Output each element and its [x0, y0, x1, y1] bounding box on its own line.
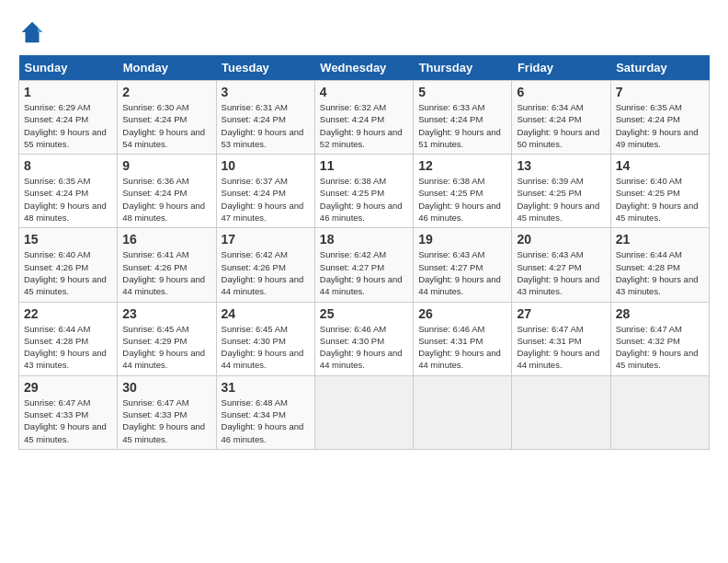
calendar-table: SundayMondayTuesdayWednesdayThursdayFrid… — [18, 55, 710, 450]
col-header-wednesday: Wednesday — [314, 55, 413, 81]
day-number: 18 — [320, 232, 408, 247]
day-number: 25 — [320, 306, 408, 321]
day-number: 3 — [222, 85, 310, 99]
day-number: 22 — [24, 306, 112, 321]
calendar-cell: 19 Sunrise: 6:43 AM Sunset: 4:27 PM Dayl… — [414, 228, 512, 302]
calendar-cell: 15 Sunrise: 6:40 AM Sunset: 4:26 PM Dayl… — [19, 228, 118, 302]
col-header-sunday: Sunday — [19, 55, 118, 81]
calendar-cell: 29 Sunrise: 6:47 AM Sunset: 4:33 PM Dayl… — [19, 375, 118, 449]
day-info: Sunrise: 6:42 AM Sunset: 4:27 PM Dayligh… — [320, 248, 408, 297]
day-number: 13 — [517, 158, 605, 173]
day-number: 1 — [24, 85, 112, 99]
day-number: 16 — [122, 232, 210, 247]
calendar-cell: 4 Sunrise: 6:32 AM Sunset: 4:24 PM Dayli… — [314, 81, 413, 155]
calendar-cell: 16 Sunrise: 6:41 AM Sunset: 4:26 PM Dayl… — [118, 228, 216, 302]
col-header-thursday: Thursday — [414, 55, 512, 81]
col-header-tuesday: Tuesday — [216, 55, 314, 81]
day-number: 7 — [616, 85, 704, 99]
day-number: 14 — [616, 158, 704, 173]
calendar-cell — [314, 375, 413, 449]
calendar-cell: 27 Sunrise: 6:47 AM Sunset: 4:31 PM Dayl… — [512, 302, 610, 375]
day-number: 5 — [418, 85, 506, 99]
day-number: 30 — [122, 380, 210, 395]
day-info: Sunrise: 6:45 AM Sunset: 4:30 PM Dayligh… — [222, 323, 310, 372]
day-info: Sunrise: 6:30 AM Sunset: 4:24 PM Dayligh… — [122, 101, 210, 150]
logo — [18, 18, 50, 46]
day-number: 27 — [517, 306, 605, 321]
calendar-cell: 7 Sunrise: 6:35 AM Sunset: 4:24 PM Dayli… — [610, 81, 709, 155]
day-number: 11 — [320, 158, 408, 173]
day-info: Sunrise: 6:38 AM Sunset: 4:25 PM Dayligh… — [320, 175, 408, 224]
calendar-cell: 26 Sunrise: 6:46 AM Sunset: 4:31 PM Dayl… — [414, 302, 512, 375]
day-number: 28 — [616, 306, 704, 321]
calendar-cell: 12 Sunrise: 6:38 AM Sunset: 4:25 PM Dayl… — [414, 155, 512, 228]
day-number: 20 — [517, 232, 605, 247]
calendar-cell: 2 Sunrise: 6:30 AM Sunset: 4:24 PM Dayli… — [118, 81, 216, 155]
calendar-cell: 6 Sunrise: 6:34 AM Sunset: 4:24 PM Dayli… — [512, 81, 610, 155]
week-row-3: 15 Sunrise: 6:40 AM Sunset: 4:26 PM Dayl… — [19, 228, 710, 302]
calendar-cell: 18 Sunrise: 6:42 AM Sunset: 4:27 PM Dayl… — [314, 228, 413, 302]
day-number: 8 — [24, 158, 112, 173]
calendar-cell: 3 Sunrise: 6:31 AM Sunset: 4:24 PM Dayli… — [216, 81, 314, 155]
calendar-cell: 24 Sunrise: 6:45 AM Sunset: 4:30 PM Dayl… — [216, 302, 314, 375]
day-info: Sunrise: 6:43 AM Sunset: 4:27 PM Dayligh… — [418, 248, 506, 297]
week-row-2: 8 Sunrise: 6:35 AM Sunset: 4:24 PM Dayli… — [19, 155, 710, 228]
calendar-cell: 8 Sunrise: 6:35 AM Sunset: 4:24 PM Dayli… — [19, 155, 118, 228]
day-number: 24 — [222, 306, 310, 321]
col-header-friday: Friday — [512, 55, 610, 81]
day-number: 12 — [418, 158, 506, 173]
day-info: Sunrise: 6:43 AM Sunset: 4:27 PM Dayligh… — [517, 248, 605, 297]
day-info: Sunrise: 6:33 AM Sunset: 4:24 PM Dayligh… — [418, 101, 506, 150]
calendar-cell — [512, 375, 610, 449]
day-info: Sunrise: 6:41 AM Sunset: 4:26 PM Dayligh… — [122, 248, 210, 297]
day-info: Sunrise: 6:44 AM Sunset: 4:28 PM Dayligh… — [616, 248, 704, 297]
day-info: Sunrise: 6:46 AM Sunset: 4:30 PM Dayligh… — [320, 323, 408, 372]
day-number: 26 — [418, 306, 506, 321]
week-row-5: 29 Sunrise: 6:47 AM Sunset: 4:33 PM Dayl… — [19, 375, 710, 449]
calendar-cell: 10 Sunrise: 6:37 AM Sunset: 4:24 PM Dayl… — [216, 155, 314, 228]
calendar-cell — [610, 375, 709, 449]
page-header — [18, 18, 710, 46]
week-row-1: 1 Sunrise: 6:29 AM Sunset: 4:24 PM Dayli… — [19, 81, 710, 155]
calendar-cell: 11 Sunrise: 6:38 AM Sunset: 4:25 PM Dayl… — [314, 155, 413, 228]
day-info: Sunrise: 6:47 AM Sunset: 4:32 PM Dayligh… — [616, 323, 704, 372]
calendar-cell: 1 Sunrise: 6:29 AM Sunset: 4:24 PM Dayli… — [19, 81, 118, 155]
calendar-cell: 20 Sunrise: 6:43 AM Sunset: 4:27 PM Dayl… — [512, 228, 610, 302]
calendar-cell: 9 Sunrise: 6:36 AM Sunset: 4:24 PM Dayli… — [118, 155, 216, 228]
day-number: 2 — [122, 85, 210, 99]
day-info: Sunrise: 6:40 AM Sunset: 4:26 PM Dayligh… — [24, 248, 112, 297]
col-header-saturday: Saturday — [610, 55, 709, 81]
calendar-cell: 28 Sunrise: 6:47 AM Sunset: 4:32 PM Dayl… — [610, 302, 709, 375]
col-header-monday: Monday — [118, 55, 216, 81]
day-number: 29 — [24, 380, 112, 395]
day-number: 4 — [320, 85, 408, 99]
day-info: Sunrise: 6:46 AM Sunset: 4:31 PM Dayligh… — [418, 323, 506, 372]
day-info: Sunrise: 6:40 AM Sunset: 4:25 PM Dayligh… — [616, 175, 704, 224]
day-number: 15 — [24, 232, 112, 247]
calendar-cell: 31 Sunrise: 6:48 AM Sunset: 4:34 PM Dayl… — [216, 375, 314, 449]
day-info: Sunrise: 6:35 AM Sunset: 4:24 PM Dayligh… — [616, 101, 704, 150]
day-info: Sunrise: 6:31 AM Sunset: 4:24 PM Dayligh… — [222, 101, 310, 150]
calendar-cell: 25 Sunrise: 6:46 AM Sunset: 4:30 PM Dayl… — [314, 302, 413, 375]
day-number: 10 — [222, 158, 310, 173]
calendar-cell: 23 Sunrise: 6:45 AM Sunset: 4:29 PM Dayl… — [118, 302, 216, 375]
day-number: 19 — [418, 232, 506, 247]
day-info: Sunrise: 6:38 AM Sunset: 4:25 PM Dayligh… — [418, 175, 506, 224]
day-number: 9 — [122, 158, 210, 173]
day-number: 21 — [616, 232, 704, 247]
day-info: Sunrise: 6:45 AM Sunset: 4:29 PM Dayligh… — [122, 323, 210, 372]
calendar-cell: 5 Sunrise: 6:33 AM Sunset: 4:24 PM Dayli… — [414, 81, 512, 155]
day-number: 17 — [222, 232, 310, 247]
day-number: 23 — [122, 306, 210, 321]
day-info: Sunrise: 6:48 AM Sunset: 4:34 PM Dayligh… — [222, 396, 310, 445]
week-row-4: 22 Sunrise: 6:44 AM Sunset: 4:28 PM Dayl… — [19, 302, 710, 375]
day-info: Sunrise: 6:47 AM Sunset: 4:33 PM Dayligh… — [122, 396, 210, 445]
day-info: Sunrise: 6:35 AM Sunset: 4:24 PM Dayligh… — [24, 175, 112, 224]
day-info: Sunrise: 6:34 AM Sunset: 4:24 PM Dayligh… — [517, 101, 605, 150]
calendar-cell: 14 Sunrise: 6:40 AM Sunset: 4:25 PM Dayl… — [610, 155, 709, 228]
day-info: Sunrise: 6:39 AM Sunset: 4:25 PM Dayligh… — [517, 175, 605, 224]
calendar-cell: 13 Sunrise: 6:39 AM Sunset: 4:25 PM Dayl… — [512, 155, 610, 228]
day-info: Sunrise: 6:32 AM Sunset: 4:24 PM Dayligh… — [320, 101, 408, 150]
calendar-cell: 21 Sunrise: 6:44 AM Sunset: 4:28 PM Dayl… — [610, 228, 709, 302]
day-info: Sunrise: 6:29 AM Sunset: 4:24 PM Dayligh… — [24, 101, 112, 150]
